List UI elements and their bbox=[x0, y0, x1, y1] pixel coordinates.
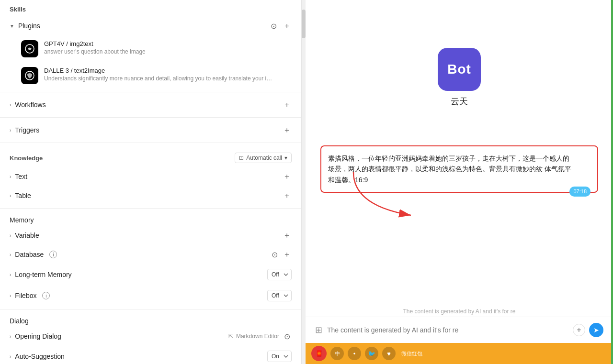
table-add-icon[interactable]: ＋ bbox=[282, 191, 292, 200]
plugins-add-icon[interactable]: ＋ bbox=[282, 21, 292, 31]
ai-note: The content is generated by AI and it's … bbox=[306, 305, 613, 317]
triggers-row[interactable]: › Triggers ＋ bbox=[0, 121, 301, 140]
wechat-dot-icon[interactable]: • bbox=[348, 347, 361, 360]
filebox-label: Filebox bbox=[15, 292, 36, 299]
wechat-toolbar: 🧧 中 • 🐦 ♥ 微信红包 bbox=[306, 343, 613, 364]
plugins-settings-icon[interactable]: ⊙ bbox=[269, 21, 278, 31]
opening-dialog-actions: ⇱ Markdown Editor ⊙ bbox=[228, 331, 292, 341]
triggers-chevron-icon: › bbox=[10, 128, 11, 133]
filebox-row: › Filebox i Off On bbox=[0, 285, 301, 306]
database-info-icon[interactable]: i bbox=[49, 251, 57, 258]
workflows-label: Workflows bbox=[15, 101, 45, 109]
plugin-icon-gpt4v bbox=[21, 40, 38, 57]
bot-chinese-name: 云天 bbox=[451, 96, 468, 107]
plugins-collapse-row[interactable]: ▼ Plugins ⊙ ＋ bbox=[0, 16, 301, 35]
chat-add-button[interactable]: + bbox=[573, 324, 585, 336]
filebox-select[interactable]: Off On bbox=[267, 290, 292, 301]
dialog-label: Dialog bbox=[10, 317, 29, 325]
opening-dialog-label: Opening Dialog bbox=[15, 332, 61, 340]
memory-label: Memory bbox=[10, 216, 34, 224]
table-label: Table bbox=[15, 192, 31, 199]
plugin-desc-gpt4v: answer user's question about the image bbox=[44, 48, 274, 55]
long-term-memory-chevron-icon: › bbox=[10, 272, 11, 277]
text-row[interactable]: › Text ＋ bbox=[0, 167, 301, 186]
bot-avatar: Bot bbox=[438, 48, 481, 91]
auto-suggestion-left: › Auto-Suggestion bbox=[10, 353, 65, 360]
plugin-name-dalle3: DALLE 3 / text2Image bbox=[44, 67, 292, 74]
text-left: › Text bbox=[10, 173, 27, 180]
markdown-editor-icon: ⇱ bbox=[228, 333, 233, 340]
scrollbar-thumb[interactable] bbox=[302, 10, 306, 38]
plugin-desc-dalle3: Understands significantly more nuance an… bbox=[44, 75, 274, 82]
opening-dialog-row[interactable]: › Opening Dialog ⇱ Markdown Editor ⊙ bbox=[0, 327, 301, 346]
plugin-icon-dalle3 bbox=[21, 67, 38, 84]
auto-suggestion-row: › Auto-Suggestion On Off bbox=[0, 346, 301, 364]
wechat-heart-icon[interactable]: ♥ bbox=[382, 347, 396, 360]
filebox-left: › Filebox i bbox=[10, 292, 50, 299]
time-badge: 07:18 bbox=[569, 187, 590, 197]
plugins-actions: ⊙ ＋ bbox=[269, 21, 292, 31]
auto-call-chevron-icon: ▾ bbox=[284, 154, 287, 161]
dialog-left: Dialog bbox=[10, 317, 29, 325]
plugins-left: ▼ Plugins bbox=[10, 22, 40, 30]
plugins-chevron-icon: ▼ bbox=[10, 23, 14, 29]
wechat-bird-icon[interactable]: 🐦 bbox=[365, 347, 378, 360]
auto-call-icon: ⊡ bbox=[239, 154, 244, 161]
long-term-memory-left: › Long-term Memory bbox=[10, 271, 72, 278]
opening-dialog-settings-icon[interactable]: ⊙ bbox=[282, 331, 292, 341]
database-actions: ⊙ ＋ bbox=[270, 250, 292, 259]
variable-left: › Variable bbox=[10, 232, 39, 239]
workflows-chevron-icon: › bbox=[10, 102, 11, 108]
auto-suggestion-select[interactable]: On Off bbox=[267, 351, 292, 362]
database-label: Database bbox=[15, 251, 44, 258]
wechat-label: 微信红包 bbox=[401, 350, 422, 357]
long-term-memory-select[interactable]: Off On bbox=[267, 269, 292, 280]
send-button[interactable]: ➤ bbox=[589, 323, 603, 337]
chat-area: Bot 云天 素描风格，一位年轻的亚洲妈妈牵着她的三岁孩子，走在大树下，这是一个… bbox=[306, 0, 613, 305]
wechat-zh-label: 中 bbox=[335, 350, 340, 357]
chat-input[interactable] bbox=[327, 326, 568, 334]
database-add-icon[interactable]: ＋ bbox=[282, 250, 292, 259]
text-add-icon[interactable]: ＋ bbox=[282, 172, 292, 181]
database-settings-icon[interactable]: ⊙ bbox=[270, 250, 279, 259]
auto-call-badge[interactable]: ⊡ Automatic call ▾ bbox=[235, 153, 292, 163]
opening-dialog-chevron-icon: › bbox=[10, 334, 11, 339]
filebox-info-icon[interactable]: i bbox=[42, 292, 50, 299]
database-left: › Database i bbox=[10, 251, 57, 258]
triggers-left: › Triggers bbox=[10, 126, 39, 134]
plus-icon: + bbox=[577, 326, 581, 334]
wechat-zh-icon[interactable]: 中 bbox=[330, 347, 344, 360]
plugin-item-dalle3: DALLE 3 / text2Image Understands signifi… bbox=[0, 62, 301, 89]
database-row[interactable]: › Database i ⊙ ＋ bbox=[0, 245, 301, 264]
variable-add-icon[interactable]: ＋ bbox=[282, 231, 292, 240]
triggers-add-icon[interactable]: ＋ bbox=[282, 125, 292, 135]
knowledge-header: Knowledge ⊡ Automatic call ▾ bbox=[0, 146, 301, 167]
auto-suggestion-label: Auto-Suggestion bbox=[15, 353, 65, 360]
workflows-left: › Workflows bbox=[10, 101, 46, 109]
dialog-row[interactable]: Dialog bbox=[0, 312, 301, 327]
text-label: Text bbox=[15, 173, 27, 180]
left-panel: Skills ▼ Plugins ⊙ ＋ GPT4V / img2text an… bbox=[0, 0, 302, 364]
plugin-info-gpt4v: GPT4V / img2text answer user's question … bbox=[44, 40, 292, 55]
send-icon: ➤ bbox=[593, 326, 599, 334]
workflows-row[interactable]: › Workflows ＋ bbox=[0, 95, 301, 114]
variable-row[interactable]: › Variable ＋ bbox=[0, 226, 301, 245]
plugin-item-gpt4v: GPT4V / img2text answer user's question … bbox=[0, 35, 301, 62]
chat-input-right: + ➤ bbox=[573, 323, 603, 337]
wechat-red-packet-icon[interactable]: 🧧 bbox=[311, 346, 327, 361]
bot-avatar-container: Bot 云天 bbox=[438, 48, 481, 107]
auto-suggestion-chevron-icon: › bbox=[10, 354, 11, 359]
workflows-add-icon[interactable]: ＋ bbox=[282, 100, 292, 110]
chat-input-area: ⊞ + ➤ bbox=[306, 317, 613, 343]
scrollbar-track[interactable] bbox=[302, 0, 306, 364]
table-row[interactable]: › Table ＋ bbox=[0, 186, 301, 205]
variable-label: Variable bbox=[15, 232, 39, 239]
plugin-name-gpt4v: GPT4V / img2text bbox=[44, 40, 292, 47]
memory-row[interactable]: Memory bbox=[0, 211, 301, 226]
filebox-chevron-icon: › bbox=[10, 293, 11, 298]
memory-left: Memory bbox=[10, 216, 34, 224]
table-left: › Table bbox=[10, 192, 31, 199]
database-chevron-icon: › bbox=[10, 252, 11, 257]
knowledge-title: Knowledge bbox=[10, 154, 43, 162]
chat-expand-icon[interactable]: ⊞ bbox=[315, 325, 322, 335]
